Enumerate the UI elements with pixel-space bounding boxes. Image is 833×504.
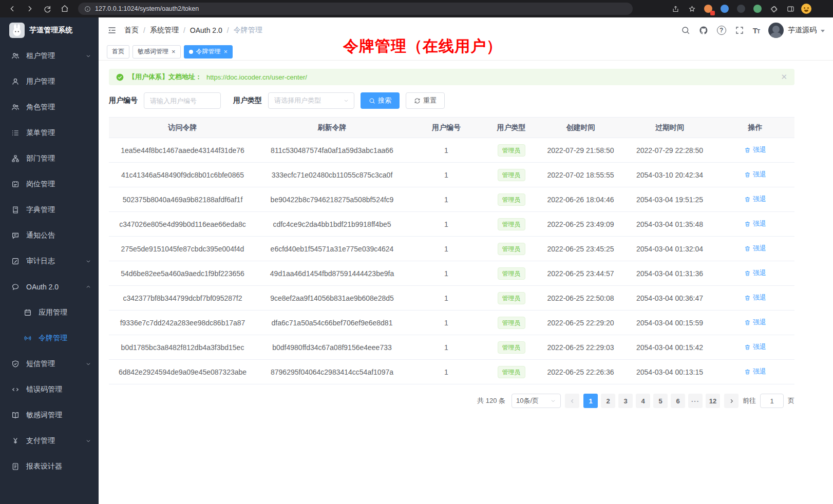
create-time-cell: 2022-06-25 22:29:20	[538, 311, 623, 335]
user-menu[interactable]: 芋道源码	[768, 23, 825, 38]
sidebar-item-sms[interactable]: 短信管理	[0, 351, 99, 377]
tab-home[interactable]: 首页	[107, 45, 129, 59]
close-icon[interactable]: ×	[224, 48, 228, 55]
notice-icon	[11, 231, 20, 240]
force-logout-button[interactable]: 强退	[744, 367, 766, 376]
share-icon[interactable]	[670, 3, 681, 14]
user-id-cell: 1	[408, 286, 485, 311]
url-text[interactable]: 127.0.0.1:1024/system/oauth2/token	[95, 5, 199, 12]
help-icon[interactable]: ?	[717, 26, 726, 35]
force-logout-button[interactable]: 强退	[744, 342, 766, 352]
sidebar-item-label: 用户管理	[26, 77, 55, 86]
column-header: 过期时间	[623, 118, 716, 138]
collapse-menu-icon[interactable]	[107, 25, 117, 35]
breadcrumb-item[interactable]: OAuth 2.0	[190, 26, 222, 34]
tab-token[interactable]: 令牌管理×	[184, 45, 233, 59]
close-icon[interactable]: ✕	[781, 72, 787, 82]
sidebar-item-sensitive[interactable]: 敏感词管理	[0, 402, 99, 428]
url-bar[interactable]: 127.0.0.1:1024/system/oauth2/token	[78, 3, 633, 15]
sidebar-item-notice[interactable]: 通知公告	[0, 223, 99, 248]
breadcrumb-item[interactable]: 系统管理	[150, 26, 179, 35]
page-button-12[interactable]: 12	[706, 394, 720, 408]
app-logo: 芋道管理系统	[0, 17, 99, 43]
extension-blue-icon[interactable]	[719, 3, 730, 14]
fullscreen-icon[interactable]	[735, 26, 744, 35]
sidebar-item-oauth2[interactable]: OAuth 2.0	[0, 274, 99, 300]
page-ellipsis[interactable]: ···	[688, 394, 703, 408]
extension-green-icon[interactable]	[752, 3, 763, 14]
puzzle-icon[interactable]	[768, 3, 780, 14]
sidebar-item-post[interactable]: 岗位管理	[0, 171, 99, 197]
sidebar-item-audit[interactable]: 审计日志	[0, 248, 99, 274]
reset-button[interactable]: 重置	[406, 92, 445, 109]
force-logout-button[interactable]: 强退	[744, 145, 766, 154]
profile-avatar[interactable]	[801, 4, 811, 14]
more-vert-icon[interactable]	[817, 3, 828, 14]
table-row: 41c41346a548490f9dc8b01c6bfe0865333ecfc7…	[109, 163, 794, 187]
page-button-1[interactable]: 1	[583, 394, 598, 408]
page-button-4[interactable]: 4	[636, 394, 650, 408]
force-logout-button[interactable]: 强退	[744, 170, 766, 179]
user-id-cell: 1	[408, 138, 485, 163]
sidebar-item-label: 错误码管理	[26, 385, 62, 394]
delete-icon	[744, 270, 751, 277]
user-id-input[interactable]	[144, 92, 221, 109]
report-icon	[11, 462, 20, 471]
forward-icon[interactable]	[23, 3, 37, 15]
sidebar-item-pay[interactable]: 支付管理	[0, 428, 99, 454]
close-icon[interactable]: ×	[172, 48, 176, 55]
user-type-label: 用户类型	[233, 96, 262, 105]
header-actions: ? TT 芋道源码	[681, 23, 825, 38]
user-id-cell: 1	[408, 360, 485, 384]
side-panel-icon[interactable]	[785, 3, 796, 14]
home-icon[interactable]	[58, 3, 72, 15]
sidebar-item-tenant[interactable]: 租户管理	[0, 43, 99, 69]
page-button-6[interactable]: 6	[671, 394, 685, 408]
force-logout-button[interactable]: 强退	[744, 318, 766, 327]
sidebar-item-report[interactable]: 报表设计器	[0, 454, 99, 479]
sidebar-item-dict[interactable]: 字典管理	[0, 197, 99, 223]
access-token-cell: 275e5de9151045fe87cbdc395e004f4d	[109, 237, 256, 261]
search-button[interactable]: 搜索	[361, 92, 400, 109]
chevron-down-icon	[85, 438, 91, 444]
force-logout-button[interactable]: 强退	[744, 268, 766, 278]
page-button-2[interactable]: 2	[601, 394, 615, 408]
refresh-icon[interactable]	[40, 3, 54, 15]
force-logout-button[interactable]: 强退	[744, 195, 766, 204]
create-time-cell: 2022-07-02 18:55:55	[538, 163, 623, 187]
table-row: b0d1785bc3a8482f812db4a3f3bd15ecb0df4980…	[109, 335, 794, 360]
font-size-icon[interactable]: TT	[753, 26, 760, 35]
info-icon[interactable]	[84, 6, 91, 12]
force-logout-button[interactable]: 强退	[744, 244, 766, 253]
user-id-cell: 1	[408, 187, 485, 212]
sidebar-item-dept[interactable]: 部门管理	[0, 146, 99, 171]
back-icon[interactable]	[5, 3, 20, 15]
goto-page-input[interactable]	[760, 394, 784, 408]
force-logout-button[interactable]: 强退	[744, 219, 766, 228]
tab-sensitive[interactable]: 敏感词管理×	[132, 45, 181, 59]
github-icon[interactable]	[699, 26, 708, 35]
prev-page-button[interactable]	[565, 394, 579, 408]
page-button-5[interactable]: 5	[653, 394, 668, 408]
sidebar-item-label: 角色管理	[26, 103, 55, 112]
star-icon[interactable]	[686, 3, 697, 14]
doc-link[interactable]: https://doc.iocoder.cn/user-center/	[206, 73, 307, 81]
page-button-3[interactable]: 3	[618, 394, 633, 408]
sidebar-item-user[interactable]: 用户管理	[0, 69, 99, 94]
extension-dark-icon[interactable]	[735, 3, 747, 14]
sidebar-item-role[interactable]: 角色管理	[0, 94, 99, 120]
page-size-select[interactable]: 10条/页	[512, 394, 561, 408]
sidebar-item-menu[interactable]: 菜单管理	[0, 120, 99, 146]
next-page-button[interactable]	[724, 394, 739, 408]
user-icon	[11, 77, 20, 86]
sidebar-item-errcode[interactable]: 错误码管理	[0, 377, 99, 402]
sidebar-item-oauth2-token[interactable]: 令牌管理	[0, 325, 99, 351]
sidebar-item-label: OAuth 2.0	[26, 283, 59, 291]
search-icon	[369, 98, 375, 104]
breadcrumb-item[interactable]: 首页	[124, 26, 139, 35]
user-type-select[interactable]: 请选择用户类型	[268, 92, 354, 109]
search-icon[interactable]	[681, 26, 690, 35]
extension-grid-icon[interactable]	[703, 3, 714, 14]
sidebar-item-oauth2-app[interactable]: 应用管理	[0, 300, 99, 325]
force-logout-button[interactable]: 强退	[744, 293, 766, 302]
